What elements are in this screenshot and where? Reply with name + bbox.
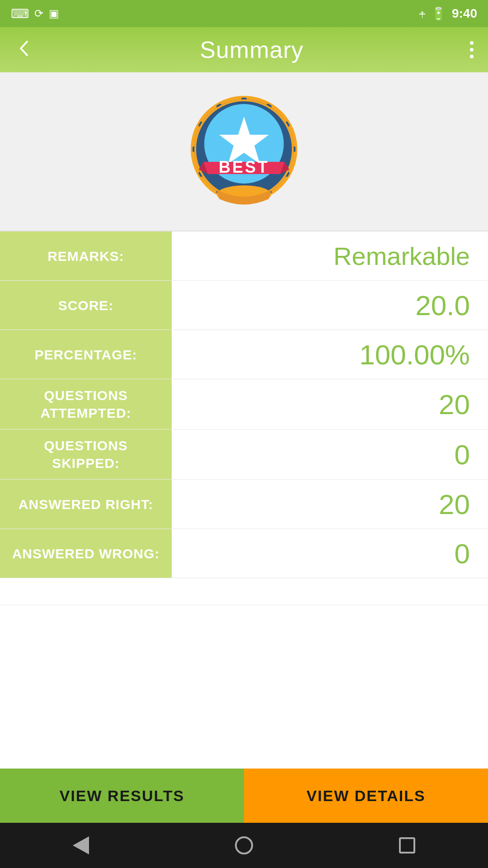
status-icons-right: ↑ 🔋 9:40	[419, 6, 477, 21]
nav-back-icon[interactable]	[73, 836, 89, 854]
table-row: PERCENTAGE: 100.00%	[0, 330, 488, 379]
table-row: REMARKS: Remarkable	[0, 231, 488, 281]
answered-right-label: ANSWERED RIGHT:	[0, 480, 172, 528]
no-signal-icon: ↑	[419, 7, 425, 21]
percentage-label: PERCENTAGE:	[0, 330, 172, 379]
best-badge: BEST	[185, 95, 303, 212]
badge-area: BEST	[0, 72, 488, 231]
table-row: SCORE: 20.0	[0, 281, 488, 330]
score-label: SCORE:	[0, 281, 172, 330]
more-options-button[interactable]	[470, 41, 474, 58]
percentage-value: 100.00%	[172, 339, 488, 371]
questions-skipped-label: QUESTIONS SKIPPED:	[0, 429, 172, 479]
remarks-value: Remarkable	[172, 241, 488, 271]
table-row: ANSWERED RIGHT: 20	[0, 480, 488, 529]
status-icons-left: ⌨ ⟳ ▣	[11, 6, 59, 21]
back-button[interactable]	[14, 36, 33, 63]
svg-text:BEST: BEST	[219, 158, 269, 176]
view-results-button[interactable]: VIEW RESULTS	[0, 769, 244, 823]
navigation-bar	[0, 823, 488, 868]
spacer	[0, 578, 488, 605]
battery-icon: 🔋	[431, 6, 446, 21]
bottom-buttons: VIEW RESULTS VIEW DETAILS	[0, 769, 488, 823]
spacer-2	[0, 605, 488, 632]
top-app-bar: Summary	[0, 27, 488, 72]
svg-rect-5	[287, 146, 296, 152]
sync-icon: ⟳	[34, 7, 43, 20]
status-bar: ⌨ ⟳ ▣ ↑ 🔋 9:40	[0, 0, 488, 27]
questions-attempted-value: 20	[172, 388, 488, 420]
nav-home-icon[interactable]	[235, 836, 253, 854]
score-value: 20.0	[172, 289, 488, 321]
table-row: ANSWERED WRONG: 0	[0, 529, 488, 578]
table-row: QUESTIONS ATTEMPTED: 20	[0, 379, 488, 429]
nav-recents-icon[interactable]	[399, 837, 415, 854]
table-row: QUESTIONS SKIPPED: 0	[0, 429, 488, 480]
sd-card-icon: ▣	[49, 7, 59, 20]
view-details-button[interactable]: VIEW DETAILS	[244, 769, 488, 823]
svg-rect-11	[192, 146, 201, 152]
answered-wrong-value: 0	[172, 538, 488, 570]
questions-skipped-value: 0	[172, 439, 488, 471]
page-title: Summary	[200, 36, 303, 63]
remarks-label: REMARKS:	[0, 231, 172, 280]
more-dot-3	[470, 55, 474, 58]
questions-attempted-label: QUESTIONS ATTEMPTED:	[0, 379, 172, 429]
more-dot-2	[470, 48, 474, 52]
answered-wrong-label: ANSWERED WRONG:	[0, 529, 172, 578]
time-display: 9:40	[452, 6, 477, 21]
summary-rows: REMARKS: Remarkable SCORE: 20.0 PERCENTA…	[0, 231, 488, 769]
answered-right-value: 20	[172, 488, 488, 520]
more-dot-1	[470, 41, 474, 45]
keyboard-icon: ⌨	[11, 6, 29, 21]
